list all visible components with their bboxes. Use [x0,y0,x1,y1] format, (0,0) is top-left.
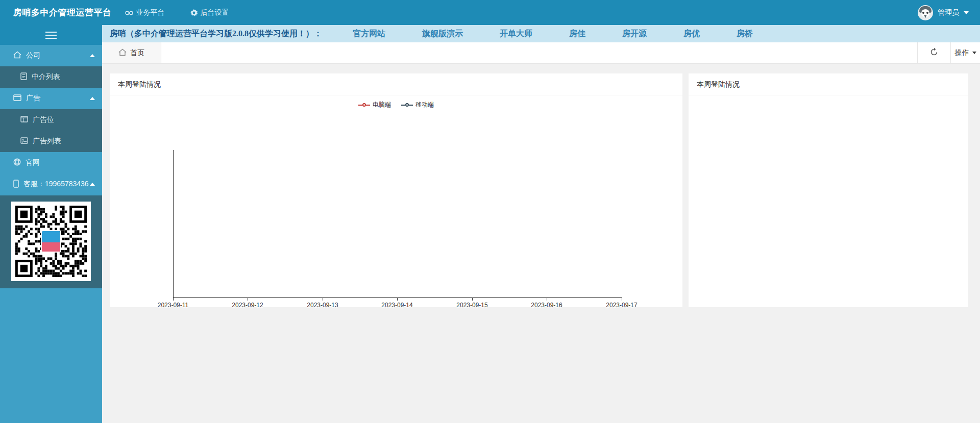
nav-backend-settings[interactable]: 后台设置 [190,8,229,17]
card-title: 本周登陆情况 [689,73,968,95]
sidebar-item-label: 广告 [26,94,90,103]
notice-text: 房哨（多中介管理运营平台学习版2.0.8仅供学习使用！）： [110,29,322,39]
notice-link-fangqiao[interactable]: 房桥 [737,29,753,39]
phone-icon [13,180,19,189]
legend-label: 移动端 [415,101,434,109]
actions-label: 操作 [955,48,969,58]
sidebar-item-label: 客服：19965783436 [23,180,90,189]
sidebar-item-ad-slot[interactable]: 广告位 [0,109,102,131]
globe-icon [13,158,21,167]
document-icon [20,72,27,82]
hamburger-icon [45,30,57,41]
window-icon [13,94,21,103]
notice-links: 官方网站 旗舰版演示 开单大师 房佳 房开源 房优 房桥 [353,29,753,39]
x-axis-label: 2023-09-11 [150,302,196,309]
chevron-up-icon [90,183,95,186]
tabbar-spacer [161,42,917,63]
panel-icon [20,116,28,124]
sidebar-item-label: 公司 [26,51,90,60]
ads-submenu: 广告位 广告列表 [0,109,102,152]
refresh-button[interactable] [917,42,950,63]
qr-code-image [11,202,91,281]
sidebar-collapse-button[interactable] [0,25,102,45]
sidebar-item-customer-service[interactable]: 客服：19965783436 [0,173,102,195]
notice-link-official-site[interactable]: 官方网站 [353,29,385,39]
legend-marker-pc [358,103,370,107]
x-axis-label: 2023-09-12 [225,302,271,309]
login-summary-card: 本周登陆情况 [689,73,968,307]
actions-dropdown-button[interactable]: 操作 [950,42,980,63]
user-name: 管理员 [938,8,959,17]
main-area: 房哨（多中介管理运营平台学习版2.0.8仅供学习使用！）： 官方网站 旗舰版演示… [102,25,980,423]
house-icon [13,51,21,60]
sidebar-item-label: 广告列表 [33,137,95,146]
x-axis-label: 2023-09-13 [300,302,346,309]
sidebar-item-official-site[interactable]: 官网 [0,152,102,173]
x-tick [622,298,622,301]
chart-legend: 电脑端 移动端 [110,101,682,109]
legend-label: 电脑端 [373,101,391,109]
user-avatar [918,5,933,20]
chevron-up-icon [90,54,95,57]
nav-link-label: 后台设置 [201,8,229,17]
notice-link-kaidan-dashi[interactable]: 开单大师 [500,29,532,39]
notice-link-fangyou[interactable]: 房优 [683,29,700,39]
x-axis-label: 2023-09-14 [374,302,420,309]
refresh-icon [929,47,939,58]
home-icon [118,48,127,58]
x-axis-label: 2023-09-17 [599,302,645,309]
content-area: 本周登陆情况 电脑端 [102,64,980,422]
nav-link-label: 业务平台 [136,8,165,17]
tab-home[interactable]: 首页 [102,42,161,63]
x-tick [173,298,174,301]
sidebar-item-label: 中介列表 [32,72,95,82]
glasses-icon [125,10,133,16]
tab-bar: 首页 操作 [102,42,980,64]
tab-label: 首页 [130,48,144,58]
login-chart-card: 本周登陆情况 电脑端 [110,73,682,307]
nav-business-platform[interactable]: 业务平台 [125,8,165,17]
notice-link-flagship-demo[interactable]: 旗舰版演示 [422,29,463,39]
company-submenu: 中介列表 [0,66,102,88]
sidebar-item-ads[interactable]: 广告 [0,88,102,109]
notice-link-fangkaiyuan[interactable]: 房开源 [622,29,647,39]
chart-x-axis [173,297,622,298]
notice-bar: 房哨（多中介管理运营平台学习版2.0.8仅供学习使用！）： 官方网站 旗舰版演示… [102,25,980,42]
x-tick [397,298,398,301]
sidebar-item-agency-list[interactable]: 中介列表 [0,66,102,88]
legend-item-pc[interactable]: 电脑端 [358,101,391,109]
x-tick [547,298,547,301]
gear-icon [190,9,198,16]
legend-marker-mobile [401,103,413,107]
user-menu[interactable]: 管理员 [918,5,980,20]
app-root: 房哨多中介管理运营平台 业务平台 后台设置 管理员 [0,0,980,423]
customer-service-qr-panel [0,195,102,288]
sidebar-item-label: 官网 [26,158,95,167]
qr-center-badge [41,230,61,253]
x-tick [323,298,323,301]
chevron-up-icon [90,97,95,100]
sidebar-item-company[interactable]: 公司 [0,45,102,66]
chevron-down-icon [972,52,976,54]
x-tick [472,298,473,301]
chevron-down-icon [964,11,969,14]
x-axis-label: 2023-09-16 [524,302,570,309]
image-icon [20,137,28,145]
sidebar-item-label: 广告位 [33,115,95,125]
x-tick [248,298,248,301]
sidebar: 公司 中介列表 广告 广告位 [0,25,102,423]
notice-link-fangjia[interactable]: 房佳 [569,29,585,39]
chart-y-axis [173,150,174,297]
top-navbar: 房哨多中介管理运营平台 业务平台 后台设置 管理员 [0,0,980,25]
sidebar-item-ad-list[interactable]: 广告列表 [0,131,102,152]
weekly-login-chart: 电脑端 移动端 [110,95,682,307]
card-title: 本周登陆情况 [110,73,682,95]
x-axis-label: 2023-09-15 [449,302,495,309]
legend-item-mobile[interactable]: 移动端 [401,101,434,109]
app-title: 房哨多中介管理运营平台 [0,7,125,18]
